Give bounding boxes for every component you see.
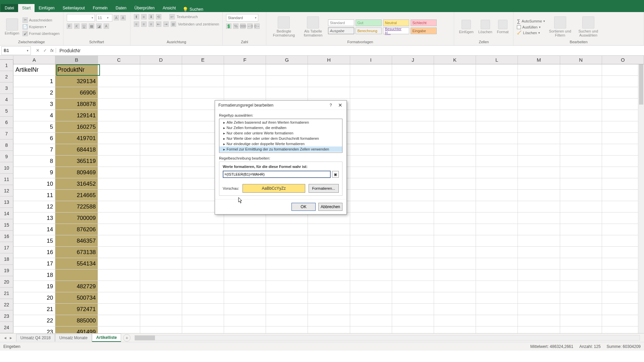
cell[interactable]	[560, 144, 602, 156]
cell[interactable]: ArtikelNr	[13, 64, 55, 76]
tab-ueberpruefen[interactable]: Überprüfen	[130, 4, 159, 12]
cell[interactable]	[392, 213, 434, 224]
cell[interactable]	[392, 133, 434, 144]
cell[interactable]	[98, 76, 140, 87]
cell[interactable]: 214665	[55, 190, 98, 201]
cell[interactable]: 10	[13, 178, 55, 190]
cell[interactable]	[518, 235, 560, 247]
cell[interactable]	[350, 213, 392, 224]
cell[interactable]	[476, 167, 518, 178]
cell[interactable]	[308, 281, 350, 292]
cell[interactable]: 885000	[55, 315, 98, 326]
cell[interactable]	[434, 247, 476, 258]
bold-icon[interactable]: F	[67, 23, 72, 29]
cell[interactable]: 4	[13, 110, 55, 121]
cell[interactable]	[308, 292, 350, 304]
cell[interactable]: 18	[13, 269, 55, 281]
cell[interactable]	[392, 110, 434, 121]
cell[interactable]	[476, 201, 518, 213]
sheet-nav-first-icon[interactable]: ◄	[3, 335, 8, 341]
cell[interactable]	[434, 235, 476, 247]
copy-button[interactable]: 📄Kopieren▾	[22, 24, 59, 29]
cell[interactable]	[98, 315, 140, 326]
align-bottom-icon[interactable]: ⬇	[149, 14, 154, 19]
cell[interactable]	[350, 144, 392, 156]
cell[interactable]	[560, 167, 602, 178]
cell[interactable]	[476, 235, 518, 247]
cell[interactable]	[560, 315, 602, 326]
cell[interactable]	[518, 64, 560, 76]
cell[interactable]	[140, 201, 182, 213]
cell[interactable]: 482729	[55, 281, 98, 292]
cell[interactable]	[392, 258, 434, 269]
insert-cells-button[interactable]: Einfügen	[458, 19, 475, 35]
horizontal-scrollbar[interactable]	[135, 335, 640, 341]
italic-icon[interactable]: K	[74, 23, 79, 29]
cell[interactable]	[182, 326, 224, 333]
cell[interactable]	[98, 201, 140, 213]
cell[interactable]: 21	[13, 304, 55, 315]
cell[interactable]	[518, 121, 560, 133]
cell[interactable]	[560, 292, 602, 304]
style-besuchter-link[interactable]: Besuchter H...	[383, 27, 409, 34]
cell[interactable]	[266, 87, 308, 99]
sheet-tab-1[interactable]: Umsatz Q4 2018	[16, 334, 55, 342]
row-header[interactable]: 13	[0, 196, 13, 208]
column-header-A[interactable]: A	[13, 56, 55, 64]
fill-color-icon[interactable]: ◪	[96, 23, 102, 29]
cell[interactable]	[266, 304, 308, 315]
column-header-J[interactable]: J	[392, 56, 434, 64]
cell[interactable]: 19	[13, 281, 55, 292]
cell[interactable]	[476, 224, 518, 235]
cell[interactable]	[476, 304, 518, 315]
cell[interactable]	[308, 64, 350, 76]
cell[interactable]	[224, 258, 266, 269]
cut-button[interactable]: ✂Ausschneiden	[22, 17, 59, 23]
cell[interactable]	[140, 247, 182, 258]
conditional-formatting-button[interactable]: Bedingte Formatierung	[270, 16, 298, 38]
cell[interactable]	[224, 247, 266, 258]
add-sheet-button[interactable]: +	[123, 334, 130, 342]
cell[interactable]	[392, 224, 434, 235]
cell[interactable]	[476, 326, 518, 333]
cell[interactable]	[434, 167, 476, 178]
rule-type-item[interactable]: Alle Zellen basierend auf ihren Werten f…	[219, 120, 342, 125]
cell[interactable]	[350, 64, 392, 76]
cell[interactable]	[140, 178, 182, 190]
cell[interactable]	[266, 235, 308, 247]
cell[interactable]	[560, 76, 602, 87]
cell[interactable]	[98, 87, 140, 99]
cell[interactable]	[476, 247, 518, 258]
row-header[interactable]: 4	[0, 94, 13, 105]
tell-me-search[interactable]: 💡 Suchen	[180, 7, 206, 12]
cell[interactable]	[350, 304, 392, 315]
cell[interactable]	[140, 64, 182, 76]
cell[interactable]	[476, 269, 518, 281]
row-header[interactable]: 6	[0, 117, 13, 128]
cell[interactable]: 8	[13, 156, 55, 167]
cell[interactable]	[560, 87, 602, 99]
cell[interactable]: 11	[13, 190, 55, 201]
cell[interactable]	[98, 121, 140, 133]
style-eingabe[interactable]: Eingabe	[411, 27, 437, 34]
cell[interactable]	[434, 190, 476, 201]
cell[interactable]: 12	[13, 201, 55, 213]
cell[interactable]: 66906	[55, 87, 98, 99]
number-format-combo[interactable]: Standard▾	[226, 14, 258, 21]
increase-font-icon[interactable]: A	[114, 14, 119, 21]
border-icon[interactable]: ▦	[89, 23, 94, 29]
cell[interactable]	[350, 121, 392, 133]
cell[interactable]: 23	[13, 326, 55, 333]
cell[interactable]	[140, 87, 182, 99]
align-middle-icon[interactable]: ≡	[141, 14, 147, 19]
cancel-formula-icon[interactable]: ✕	[35, 48, 40, 53]
cell[interactable]	[182, 247, 224, 258]
cell[interactable]	[98, 156, 140, 167]
cell[interactable]	[476, 190, 518, 201]
format-as-table-button[interactable]: Als Tabelle formatieren	[300, 16, 326, 38]
cell[interactable]: ProduktNr	[55, 64, 98, 76]
cell[interactable]: 180878	[55, 99, 98, 110]
cell[interactable]	[98, 64, 140, 76]
cell[interactable]	[518, 247, 560, 258]
cell[interactable]	[518, 156, 560, 167]
